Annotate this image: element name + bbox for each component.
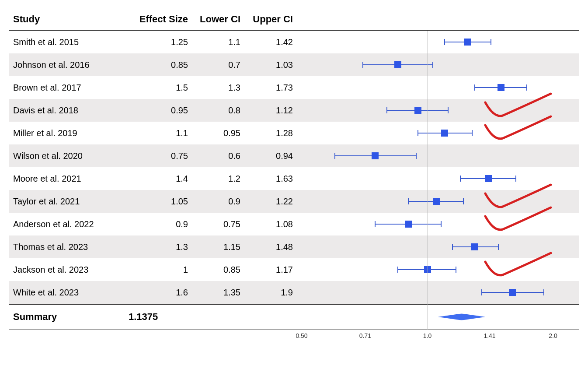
study-name: Anderson et al. 2022	[9, 219, 118, 229]
study-name: Davis et al. 2018	[9, 105, 118, 116]
forest-plot-cell	[297, 76, 579, 99]
table-row: Davis et al. 20180.950.81.12	[9, 99, 579, 122]
forest-plot-cell	[297, 190, 579, 213]
upper-ci-value: 1.22	[245, 197, 297, 207]
effect-size-value: 1.5	[118, 83, 192, 93]
effect-point-icon	[424, 266, 431, 273]
effect-size-value: 1.6	[118, 288, 192, 298]
forest-plot-cell	[297, 258, 579, 281]
effect-point-icon	[414, 107, 421, 114]
forest-plot-cell	[297, 31, 579, 53]
study-name: Miller et al. 2019	[9, 128, 118, 138]
study-name: White et al. 2023	[9, 288, 118, 298]
ci-whisker	[474, 84, 475, 91]
table-row: Smith et al. 20151.251.11.42	[9, 31, 579, 53]
axis-tick: 1.41	[484, 332, 495, 339]
ci-whisker	[397, 267, 398, 273]
header-plot-area	[297, 9, 579, 30]
lower-ci-value: 0.75	[192, 219, 245, 229]
summary-diamond-icon	[438, 313, 486, 320]
lower-ci-value: 0.6	[192, 151, 245, 161]
effect-size-value: 0.75	[118, 151, 192, 161]
axis-tick: 1.0	[423, 332, 431, 339]
table-row: Anderson et al. 20220.90.751.08	[9, 213, 579, 235]
lower-ci-value: 1.1	[192, 37, 245, 47]
ci-whisker	[481, 289, 482, 295]
effect-size-value: 1.4	[118, 174, 192, 184]
table-row: Wilson et al. 20200.750.60.94	[9, 144, 579, 167]
effect-size-value: 1.25	[118, 37, 192, 47]
upper-ci-value: 1.9	[245, 288, 297, 298]
ci-whisker	[498, 244, 499, 250]
ci-whisker	[452, 244, 453, 250]
study-name: Brown et al. 2017	[9, 83, 118, 93]
axis-tick: 0.71	[359, 332, 371, 339]
effect-point-icon	[405, 221, 412, 228]
forest-plot-cell	[297, 53, 579, 76]
lower-ci-value: 1.15	[192, 242, 245, 252]
summary-plot-cell	[308, 305, 579, 329]
table-row: Miller et al. 20191.10.951.28	[9, 122, 579, 144]
summary-effect-size: 1.1375	[118, 311, 203, 323]
upper-ci-value: 1.12	[245, 105, 297, 116]
ci-whisker	[334, 153, 335, 159]
ci-whisker	[526, 84, 527, 91]
ci-whisker	[408, 198, 409, 204]
table-row: Moore et al. 20211.41.21.63	[9, 167, 579, 190]
forest-plot-cell	[297, 167, 579, 190]
study-name: Jackson et al. 2023	[9, 265, 118, 275]
effect-point-icon	[441, 130, 448, 137]
study-name: Thomas et al. 2023	[9, 242, 118, 252]
header-upper-ci: Upper CI	[245, 14, 297, 25]
forest-plot-cell	[297, 122, 579, 144]
table-header-row: Study Effect Size Lower CI Upper CI	[9, 9, 579, 31]
ci-whisker	[362, 62, 363, 68]
lower-ci-value: 1.2	[192, 174, 245, 184]
axis-tick: 2.0	[549, 332, 557, 339]
header-effect-size: Effect Size	[118, 14, 192, 25]
effect-point-icon	[372, 152, 379, 159]
ci-whisker	[491, 39, 491, 45]
ci-whisker	[432, 62, 433, 68]
upper-ci-value: 0.94	[245, 151, 297, 161]
lower-ci-value: 0.7	[192, 60, 245, 70]
effect-size-value: 1.05	[118, 197, 192, 207]
effect-size-value: 0.9	[118, 219, 192, 229]
effect-size-value: 1.3	[118, 242, 192, 252]
effect-point-icon	[464, 39, 471, 46]
effect-point-icon	[471, 243, 478, 250]
table-row: Jackson et al. 202310.851.17	[9, 258, 579, 281]
header-study: Study	[9, 14, 118, 25]
table-row: White et al. 20231.61.351.9	[9, 281, 579, 304]
ci-whisker	[386, 107, 387, 113]
forest-plot-cell	[297, 213, 579, 235]
upper-ci-value: 1.17	[245, 265, 297, 275]
forest-plot-cell	[297, 281, 579, 304]
lower-ci-value: 0.95	[192, 128, 245, 138]
study-name: Taylor et al. 2021	[9, 197, 118, 207]
effect-size-value: 1.1	[118, 128, 192, 138]
ci-whisker	[515, 176, 516, 182]
lower-ci-value: 0.85	[192, 265, 245, 275]
effect-size-value: 0.85	[118, 60, 192, 70]
upper-ci-value: 1.08	[245, 219, 297, 229]
ci-whisker	[444, 39, 445, 45]
summary-row: Summary 1.1375	[9, 304, 579, 330]
upper-ci-value: 1.28	[245, 128, 297, 138]
axis-tick: 0.50	[296, 332, 307, 339]
table-body: Smith et al. 20151.251.11.42Johnson et a…	[9, 31, 579, 304]
summary-label: Summary	[9, 311, 118, 323]
study-name: Moore et al. 2021	[9, 174, 118, 184]
effect-size-value: 0.95	[118, 105, 192, 116]
effect-point-icon	[498, 84, 504, 91]
ci-whisker	[418, 130, 418, 136]
upper-ci-value: 1.42	[245, 37, 297, 47]
ci-whisker	[543, 289, 544, 295]
ci-whisker	[375, 221, 376, 227]
upper-ci-value: 1.73	[245, 83, 297, 93]
effect-point-icon	[433, 198, 440, 205]
effect-point-icon	[394, 61, 401, 68]
ci-whisker	[460, 176, 461, 182]
study-name: Wilson et al. 2020	[9, 151, 118, 161]
table-row: Taylor et al. 20211.050.91.22	[9, 190, 579, 213]
